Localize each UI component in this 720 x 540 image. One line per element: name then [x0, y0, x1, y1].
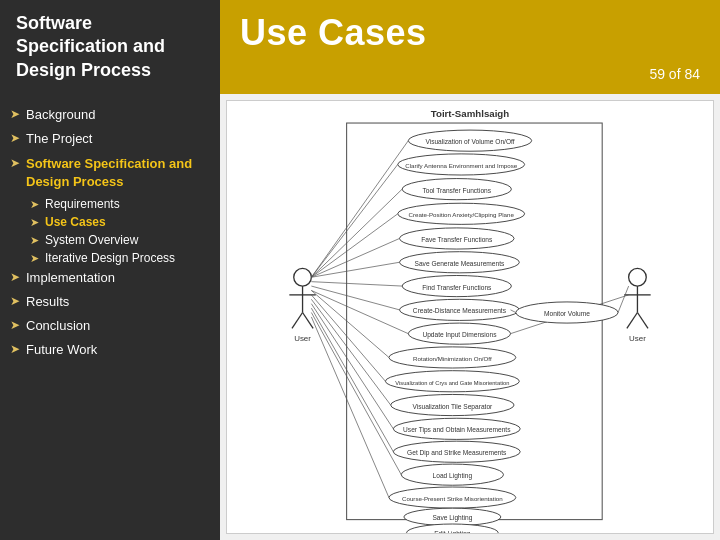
arrow-icon: ➤: [10, 294, 20, 308]
sidebar-sub-label: Use Cases: [45, 215, 106, 229]
svg-line-57: [311, 304, 393, 429]
arrow-icon: ➤: [30, 234, 39, 247]
use-case-diagram: Toirt-Samhlsaigh User: [227, 101, 713, 533]
svg-text:Save Generate Measurements: Save Generate Measurements: [415, 260, 505, 267]
main-content: Toirt-Samhlsaigh User: [220, 94, 720, 540]
svg-line-63: [311, 313, 401, 475]
arrow-icon: ➤: [10, 131, 20, 145]
arrow-icon: ➤: [30, 198, 39, 211]
svg-text:Visualization Tile Separator: Visualization Tile Separator: [412, 403, 493, 411]
sidebar-item-conclusion[interactable]: ➤ Conclusion: [10, 317, 210, 335]
svg-text:Tool Transfer Functions: Tool Transfer Functions: [423, 187, 492, 194]
sidebar-item-the-project[interactable]: ➤ The Project: [10, 130, 210, 148]
svg-text:Course-Present Strike Misorien: Course-Present Strike Misorientation: [402, 495, 503, 502]
content-area: ➤ Background ➤ The Project ➤ Software Sp…: [0, 94, 720, 540]
svg-text:Edit Lighting: Edit Lighting: [434, 531, 471, 533]
sidebar-item-label: Results: [26, 293, 69, 311]
arrow-icon: ➤: [30, 252, 39, 265]
svg-point-2: [294, 269, 312, 287]
svg-line-51: [311, 295, 385, 381]
svg-text:Fave Transfer Functions: Fave Transfer Functions: [421, 236, 493, 243]
page-number: 59 of 84: [649, 66, 700, 82]
svg-line-66: [311, 317, 389, 498]
sidebar-sub-use-cases[interactable]: ➤ Use Cases: [30, 215, 210, 229]
sidebar-sub-items: ➤ Requirements ➤ Use Cases ➤ System Over…: [10, 197, 210, 265]
svg-line-45: [618, 286, 629, 312]
svg-text:Create-Distance Measurements: Create-Distance Measurements: [413, 308, 507, 315]
svg-text:Toirt-Samhlsaigh: Toirt-Samhlsaigh: [431, 108, 509, 119]
sidebar-item-label: Software Specification and Design Proces…: [26, 155, 210, 191]
arrow-icon: ➤: [10, 156, 20, 170]
svg-line-11: [627, 313, 638, 329]
sidebar-sub-iterative-design[interactable]: ➤ Iterative Design Process: [30, 251, 210, 265]
svg-line-48: [311, 291, 389, 358]
header-left-text: Software Specification and Design Proces…: [16, 13, 165, 80]
header-right: Use Cases 59 of 84: [220, 0, 720, 94]
sidebar-sub-system-overview[interactable]: ➤ System Overview: [30, 233, 210, 247]
svg-point-8: [629, 269, 647, 287]
arrow-icon: ➤: [30, 216, 39, 229]
header: Software Specification and Design Proces…: [0, 0, 720, 94]
svg-text:Visualization of Volume On/Off: Visualization of Volume On/Off: [425, 138, 514, 145]
svg-text:Load Lighting: Load Lighting: [433, 472, 473, 480]
sidebar-sub-label: Requirements: [45, 197, 120, 211]
svg-text:Clarify Antenna Environment an: Clarify Antenna Environment and Impose: [405, 162, 517, 169]
sidebar-item-label: Conclusion: [26, 317, 90, 335]
svg-text:Visualization of Crys and Gate: Visualization of Crys and Gate Misorient…: [395, 380, 509, 386]
svg-text:User: User: [294, 334, 311, 343]
sidebar-item-future-work[interactable]: ➤ Future Work: [10, 341, 210, 359]
sidebar-item-label: The Project: [26, 130, 92, 148]
arrow-icon: ➤: [10, 270, 20, 284]
arrow-icon: ➤: [10, 107, 20, 121]
svg-line-19: [311, 165, 397, 278]
header-left-title: Software Specification and Design Proces…: [0, 0, 220, 94]
svg-line-54: [311, 299, 390, 405]
svg-line-34: [311, 282, 402, 286]
arrow-icon: ➤: [10, 342, 20, 356]
sidebar-item-results[interactable]: ➤ Results: [10, 293, 210, 311]
svg-line-16: [311, 141, 408, 278]
svg-text:Save Lighting: Save Lighting: [432, 515, 472, 523]
svg-text:Find Transfer Functions: Find Transfer Functions: [422, 284, 492, 291]
svg-line-6: [303, 313, 314, 329]
svg-text:User Tips and Obtain Measureme: User Tips and Obtain Measurements: [403, 427, 511, 435]
sidebar-item-background[interactable]: ➤ Background: [10, 106, 210, 124]
arrow-icon: ➤: [10, 318, 20, 332]
svg-line-25: [311, 214, 397, 277]
sidebar-item-software-spec[interactable]: ➤ Software Specification and Design Proc…: [10, 155, 210, 191]
sidebar-sub-label: Iterative Design Process: [45, 251, 175, 265]
svg-text:Get Dip and Strike Measurement: Get Dip and Strike Measurements: [407, 449, 507, 457]
svg-text:Update Input Dimensions: Update Input Dimensions: [422, 331, 497, 339]
svg-line-28: [311, 239, 399, 278]
sidebar-sub-requirements[interactable]: ➤ Requirements: [30, 197, 210, 211]
svg-text:Rotation/Minimization On/Off: Rotation/Minimization On/Off: [413, 355, 492, 362]
sidebar: ➤ Background ➤ The Project ➤ Software Sp…: [0, 94, 220, 540]
svg-line-12: [637, 313, 648, 329]
sidebar-item-label: Implementation: [26, 269, 115, 287]
svg-line-37: [311, 286, 399, 310]
svg-line-60: [311, 308, 393, 452]
sidebar-sub-label: System Overview: [45, 233, 138, 247]
sidebar-item-label: Background: [26, 106, 95, 124]
svg-line-5: [292, 313, 303, 329]
diagram-container: Toirt-Samhlsaigh User: [226, 100, 714, 534]
header-main-title: Use Cases: [240, 12, 427, 54]
svg-text:Create-Position Anxiety/Clippi: Create-Position Anxiety/Clipping Plane: [408, 212, 514, 219]
sidebar-item-label: Future Work: [26, 341, 97, 359]
sidebar-item-implementation[interactable]: ➤ Implementation: [10, 269, 210, 287]
svg-text:User: User: [629, 334, 646, 343]
svg-text:Monitor Volume: Monitor Volume: [544, 310, 590, 317]
